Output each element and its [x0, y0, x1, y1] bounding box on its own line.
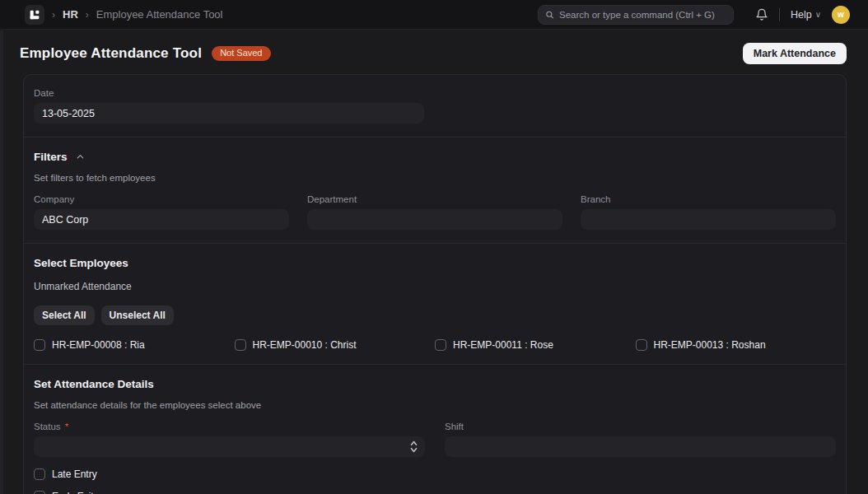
attendance-form-card: Date Filters Set filters to fetch employ… — [23, 74, 847, 494]
attendance-details-title: Set Attendance Details — [34, 378, 836, 390]
company-input[interactable] — [34, 209, 289, 230]
breadcrumb-hr[interactable]: HR — [63, 8, 78, 21]
checkbox-icon — [235, 339, 246, 351]
unselect-all-button[interactable]: Unselect All — [101, 305, 174, 325]
select-chevrons-icon — [410, 440, 418, 453]
search-input[interactable] — [559, 10, 726, 20]
checkbox-icon — [34, 468, 45, 480]
date-input[interactable] — [34, 103, 424, 124]
filters-section: Filters Set filters to fetch employees C… — [24, 137, 846, 244]
employee-label: HR-EMP-00011 : Rose — [453, 339, 553, 351]
checkbox-icon — [435, 339, 446, 351]
employee-checkbox-row[interactable]: HR-EMP-00010 : Christ — [235, 339, 357, 351]
checkbox-icon — [34, 339, 45, 351]
employee-label: HR-EMP-00010 : Christ — [253, 339, 357, 351]
attendance-details-description: Set attendance details for the employees… — [34, 400, 836, 410]
branch-label: Branch — [581, 194, 836, 204]
employee-checkbox-row[interactable]: HR-EMP-00011 : Rose — [435, 339, 553, 351]
status-label-text: Status — [34, 422, 61, 431]
filters-title: Filters — [34, 151, 68, 163]
date-section: Date — [24, 75, 846, 137]
top-navbar: › HR › Employee Attendance Tool Help ∨ w — [0, 0, 868, 30]
filters-description: Set filters to fetch employees — [34, 173, 836, 183]
page-header: Employee Attendance Tool Not Saved Mark … — [0, 30, 868, 74]
breadcrumb-current-page[interactable]: Employee Attendance Tool — [96, 8, 223, 21]
chevron-up-icon — [76, 152, 85, 161]
shift-field: Shift — [445, 422, 836, 457]
employee-label: HR-EMP-00008 : Ria — [52, 339, 145, 351]
status-select[interactable] — [34, 436, 425, 457]
date-label: Date — [34, 88, 836, 98]
select-employees-title: Select Employees — [34, 257, 836, 269]
company-field: Company — [34, 194, 289, 230]
late-entry-label: Late Entry — [52, 468, 97, 480]
branch-field: Branch — [581, 194, 836, 230]
department-field: Department — [307, 194, 562, 230]
mark-attendance-button[interactable]: Mark Attendance — [743, 43, 847, 64]
logo-icon — [28, 8, 41, 21]
select-all-button[interactable]: Select All — [34, 305, 95, 325]
required-asterisk: * — [65, 422, 68, 431]
department-label: Department — [307, 194, 562, 204]
page-title: Employee Attendance Tool — [20, 45, 202, 62]
late-entry-checkbox-row[interactable]: Late Entry — [34, 468, 97, 480]
search-icon — [545, 10, 554, 20]
user-avatar[interactable]: w — [832, 6, 850, 24]
global-search[interactable] — [538, 5, 734, 25]
status-badge: Not Saved — [212, 46, 270, 61]
select-employees-section: Select Employees Unmarked Attendance Sel… — [24, 244, 846, 365]
chevron-down-icon: ∨ — [815, 10, 821, 19]
status-label: Status * — [34, 422, 425, 431]
status-field: Status * — [34, 422, 425, 457]
attendance-details-section: Set Attendance Details Set attendance de… — [24, 365, 846, 494]
employee-checkbox-row[interactable]: HR-EMP-00008 : Ria — [34, 339, 145, 351]
breadcrumb-separator: › — [52, 9, 55, 21]
department-input[interactable] — [307, 209, 562, 230]
company-label: Company — [34, 194, 289, 204]
notifications-bell-icon[interactable] — [755, 8, 768, 21]
shift-label: Shift — [445, 422, 836, 431]
checkbox-icon — [636, 339, 647, 351]
checkbox-icon — [34, 491, 45, 494]
help-label: Help — [791, 9, 812, 21]
app-logo[interactable] — [25, 5, 44, 25]
employee-checkbox-row[interactable]: HR-EMP-00013 : Roshan — [636, 339, 766, 351]
help-menu[interactable]: Help ∨ — [791, 9, 821, 21]
early-exit-checkbox-row[interactable]: Early Exit — [34, 491, 94, 494]
filters-collapse-header[interactable]: Filters — [34, 151, 85, 163]
navbar-divider — [779, 8, 780, 21]
early-exit-label: Early Exit — [52, 491, 94, 494]
employee-label: HR-EMP-00013 : Roshan — [654, 339, 766, 351]
breadcrumb-separator: › — [86, 9, 89, 21]
unmarked-attendance-label: Unmarked Attendance — [34, 281, 836, 292]
shift-input[interactable] — [445, 436, 836, 457]
branch-input[interactable] — [581, 209, 836, 230]
sidebar-edge — [0, 30, 3, 494]
